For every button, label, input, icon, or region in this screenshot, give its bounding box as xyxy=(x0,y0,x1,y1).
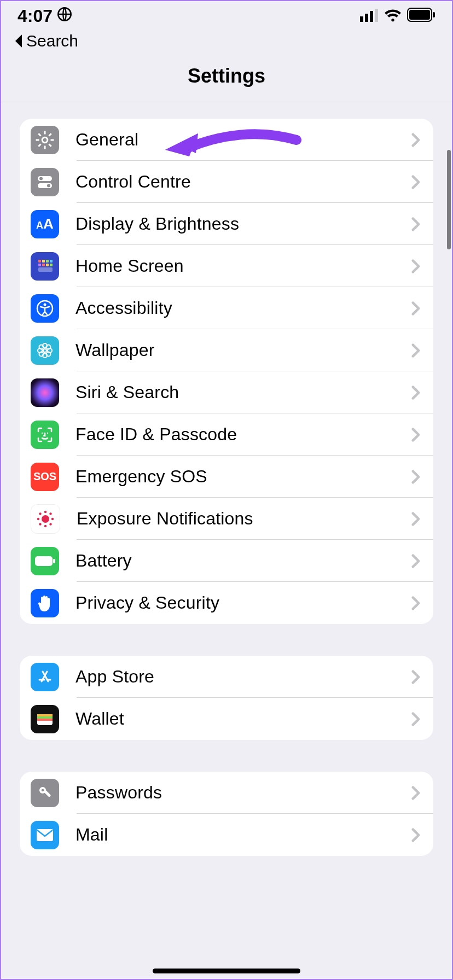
key-icon xyxy=(31,779,59,807)
svg-rect-3 xyxy=(370,11,373,22)
row-passwords[interactable]: Passwords xyxy=(20,772,433,814)
svg-rect-24 xyxy=(50,260,53,262)
svg-rect-7 xyxy=(433,12,435,18)
battery-icon xyxy=(407,6,435,26)
svg-rect-2 xyxy=(365,14,368,22)
svg-rect-56 xyxy=(37,716,53,719)
app-grid-icon xyxy=(31,252,59,281)
row-label: Battery xyxy=(76,551,411,571)
battery-row-icon xyxy=(31,547,59,575)
svg-point-50 xyxy=(39,523,41,525)
svg-line-16 xyxy=(49,133,51,136)
svg-point-51 xyxy=(49,523,51,525)
row-label: Emergency SOS xyxy=(76,466,411,487)
row-label: Privacy & Security xyxy=(76,593,411,613)
row-wallet[interactable]: Wallet xyxy=(20,698,433,740)
sos-icon: SOS xyxy=(31,463,59,491)
row-mail[interactable]: Mail xyxy=(20,814,433,856)
row-wallpaper[interactable]: Wallpaper xyxy=(20,329,433,371)
svg-rect-25 xyxy=(38,264,41,266)
wifi-icon xyxy=(384,6,402,26)
row-home-screen[interactable]: Home Screen xyxy=(20,245,433,287)
chevron-right-icon xyxy=(411,786,422,800)
chevron-right-icon xyxy=(411,301,422,316)
row-battery[interactable]: Battery xyxy=(20,540,433,582)
row-label: App Store xyxy=(76,667,411,687)
back-chevron-icon xyxy=(13,34,24,48)
page-title: Settings xyxy=(1,55,452,102)
svg-rect-27 xyxy=(46,264,49,266)
status-time: 4:07 xyxy=(18,6,53,26)
svg-rect-53 xyxy=(53,559,55,563)
svg-point-46 xyxy=(37,517,39,520)
chevron-right-icon xyxy=(411,343,422,358)
svg-rect-28 xyxy=(50,264,53,266)
row-display-brightness[interactable]: AA Display & Brightness xyxy=(20,203,433,245)
scrollbar[interactable] xyxy=(447,150,451,249)
svg-line-15 xyxy=(38,144,40,146)
svg-rect-26 xyxy=(42,264,45,266)
svg-point-49 xyxy=(49,512,51,515)
row-label: Display & Brightness xyxy=(76,214,411,234)
svg-point-31 xyxy=(44,303,47,306)
chevron-right-icon xyxy=(411,828,422,842)
chevron-right-icon xyxy=(411,386,422,400)
svg-rect-23 xyxy=(46,260,49,262)
chevron-right-icon xyxy=(411,470,422,484)
back-label: Search xyxy=(26,32,78,50)
chevron-right-icon xyxy=(411,133,422,147)
svg-rect-29 xyxy=(38,267,53,272)
chevron-right-icon xyxy=(411,554,422,568)
chevron-right-icon xyxy=(411,175,422,189)
row-accessibility[interactable]: Accessibility xyxy=(20,287,433,329)
svg-line-13 xyxy=(38,133,40,136)
settings-group: Passwords Mail xyxy=(20,772,433,856)
app-store-icon xyxy=(31,663,59,691)
row-label: Exposure Notifications xyxy=(77,509,411,529)
text-size-icon: AA xyxy=(31,210,59,238)
settings-group: App Store Wallet xyxy=(20,656,433,740)
svg-rect-52 xyxy=(35,556,53,566)
back-button[interactable]: Search xyxy=(1,31,452,55)
row-privacy-security[interactable]: Privacy & Security xyxy=(20,582,433,624)
row-emergency-sos[interactable]: SOS Emergency SOS xyxy=(20,456,433,498)
gear-icon xyxy=(31,126,59,154)
row-label: Home Screen xyxy=(76,256,411,276)
face-id-icon xyxy=(31,421,59,449)
chevron-right-icon xyxy=(411,670,422,684)
svg-point-48 xyxy=(39,512,41,515)
svg-rect-4 xyxy=(375,9,378,22)
hand-icon xyxy=(31,589,59,617)
svg-rect-57 xyxy=(37,719,53,721)
row-app-store[interactable]: App Store xyxy=(20,656,433,698)
row-general[interactable]: General xyxy=(20,119,433,161)
svg-line-14 xyxy=(49,144,51,146)
svg-point-44 xyxy=(44,510,47,512)
chevron-right-icon xyxy=(411,259,422,273)
svg-point-20 xyxy=(47,184,50,187)
svg-point-42 xyxy=(47,432,48,433)
row-control-centre[interactable]: Control Centre xyxy=(20,161,433,203)
chevron-right-icon xyxy=(411,712,422,726)
status-bar: 4:07 xyxy=(1,1,452,31)
row-face-id-passcode[interactable]: Face ID & Passcode xyxy=(20,413,433,456)
home-indicator[interactable] xyxy=(153,969,300,973)
svg-point-47 xyxy=(51,517,54,520)
row-exposure-notifications[interactable]: Exposure Notifications xyxy=(20,498,433,540)
settings-group: General Control Centre AA Display & Brig… xyxy=(20,119,433,624)
row-siri-search[interactable]: Siri & Search xyxy=(20,371,433,413)
chevron-right-icon xyxy=(411,217,422,231)
svg-point-45 xyxy=(44,524,47,527)
svg-point-59 xyxy=(42,789,44,791)
chevron-right-icon xyxy=(411,512,422,526)
svg-rect-6 xyxy=(409,10,430,20)
svg-point-8 xyxy=(42,137,48,143)
globe-icon xyxy=(57,6,72,26)
mail-icon xyxy=(31,821,59,849)
svg-point-18 xyxy=(39,177,43,180)
exposure-icon xyxy=(31,504,60,534)
svg-rect-1 xyxy=(360,16,363,22)
svg-point-32 xyxy=(43,349,47,352)
svg-rect-55 xyxy=(37,714,53,716)
svg-rect-60 xyxy=(44,790,51,797)
